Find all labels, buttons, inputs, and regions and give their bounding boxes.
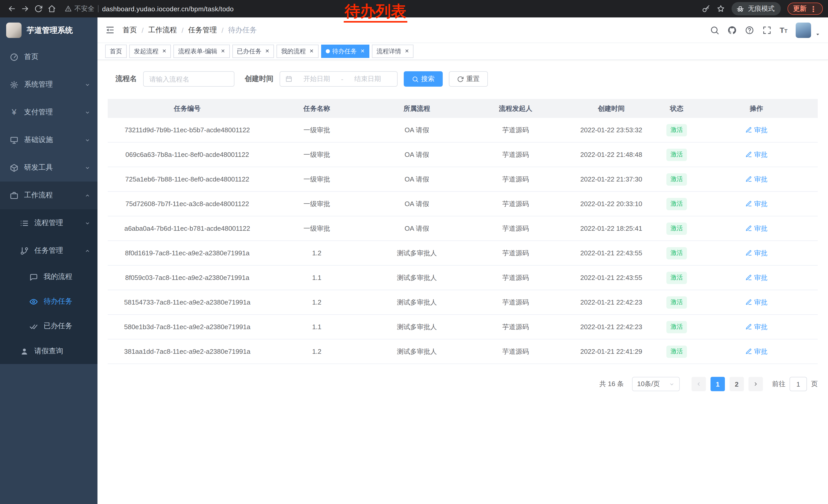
end-date-placeholder[interactable]: 结束日期 xyxy=(343,74,392,84)
kebab-menu-icon[interactable]: ⋮ xyxy=(810,5,817,12)
table-header: 任务编号 任务名称 所属流程 流程发起人 创建时间 状态 操作 xyxy=(108,99,818,118)
chevron-left-icon xyxy=(696,381,702,387)
page-button-2[interactable]: 2 xyxy=(730,377,744,391)
tag-home[interactable]: 首页 xyxy=(105,45,127,58)
search-button[interactable]: 搜索 xyxy=(404,71,443,87)
cell-task-name: 一级审批 xyxy=(267,142,367,167)
next-page-button[interactable] xyxy=(748,377,763,391)
process-name-input[interactable] xyxy=(143,71,235,87)
edit-icon xyxy=(745,225,752,232)
tags-view-bar: 首页 发起流程 ✕ 流程表单-编辑 ✕ 已办任务 ✕ 我的流程 ✕ xyxy=(97,43,828,60)
bookmark-star-icon[interactable] xyxy=(717,5,725,13)
edit-icon xyxy=(745,250,752,256)
browser-home-button[interactable] xyxy=(45,2,58,15)
prev-page-button[interactable] xyxy=(692,377,706,391)
tag-start-process[interactable]: 发起流程 ✕ xyxy=(129,45,171,58)
sidebar-item-home[interactable]: 首页 xyxy=(0,43,97,71)
cell-create-time: 2022-01-21 22:43:55 xyxy=(564,241,658,265)
approve-link[interactable]: 审批 xyxy=(745,347,768,356)
goto-unit: 页 xyxy=(811,379,818,388)
browser-update-button[interactable]: 更新 ⋮ xyxy=(787,3,823,15)
start-date-placeholder[interactable]: 开始日期 xyxy=(292,74,341,84)
close-icon[interactable]: ✕ xyxy=(309,49,314,54)
approve-link[interactable]: 审批 xyxy=(745,224,768,233)
tag-process-detail[interactable]: 流程详情 ✕ xyxy=(372,45,414,58)
reset-button[interactable]: 重置 xyxy=(449,71,488,87)
cell-task-name: 一级审批 xyxy=(267,192,367,216)
sidebar-fold-icon[interactable] xyxy=(105,25,115,35)
chevron-right-icon xyxy=(753,381,759,387)
sidebar-item-process-mgmt[interactable]: 流程管理 xyxy=(0,209,97,237)
cell-process: OA 请假 xyxy=(367,118,467,142)
goto-label: 前往 xyxy=(772,379,785,388)
sidebar-item-payment[interactable]: ¥ 支付管理 xyxy=(0,98,97,126)
sidebar-item-workflow[interactable]: 工作流程 xyxy=(0,182,97,209)
approve-link[interactable]: 审批 xyxy=(745,322,768,331)
edit-icon xyxy=(745,200,752,207)
sidebar-item-devtools[interactable]: 研发工具 xyxy=(0,154,97,182)
approve-link[interactable]: 审批 xyxy=(745,248,768,258)
approve-link[interactable]: 审批 xyxy=(745,273,768,282)
help-icon[interactable] xyxy=(745,26,754,35)
goto-page: 前往 页 xyxy=(772,377,818,391)
font-size-icon[interactable]: TT xyxy=(780,26,787,34)
github-icon[interactable] xyxy=(727,26,736,35)
sidebar-item-my-process[interactable]: 我的流程 xyxy=(0,265,97,289)
url-text[interactable]: dashboard.yudao.iocoder.cn/bpm/task/todo xyxy=(102,5,234,12)
security-status[interactable]: 不安全 xyxy=(65,4,94,13)
page-button-1[interactable]: 1 xyxy=(710,377,725,391)
browser-forward-button[interactable] xyxy=(18,2,32,15)
browser-reload-button[interactable] xyxy=(32,2,45,15)
approve-link[interactable]: 审批 xyxy=(745,175,768,184)
breadcrumb-task-mgmt[interactable]: 任务管理 xyxy=(188,26,217,35)
tag-form-edit[interactable]: 流程表单-编辑 ✕ xyxy=(174,45,230,58)
approve-link[interactable]: 审批 xyxy=(745,150,768,159)
date-range-picker[interactable]: 开始日期 - 结束日期 xyxy=(280,71,398,87)
sidebar-item-infra[interactable]: 基础设施 xyxy=(0,126,97,154)
tag-my-process[interactable]: 我的流程 ✕ xyxy=(277,45,318,58)
tag-done-tasks[interactable]: 已办任务 ✕ xyxy=(233,45,274,58)
close-icon[interactable]: ✕ xyxy=(221,49,225,54)
edit-icon xyxy=(745,127,752,133)
cell-process: 测试多审批人 xyxy=(367,290,467,314)
warning-icon xyxy=(65,5,72,12)
approve-link[interactable]: 审批 xyxy=(745,297,768,307)
cell-task-name: 1.2 xyxy=(267,290,367,314)
search-icon[interactable] xyxy=(710,26,719,35)
address-bar[interactable]: 不安全 dashboard.yudao.iocoder.cn/bpm/task/… xyxy=(65,4,234,13)
sidebar-item-done-tasks[interactable]: 已办任务 xyxy=(0,314,97,338)
sidebar-item-system[interactable]: 系统管理 xyxy=(0,71,97,98)
table-row: 381aa1dd-7ac8-11ec-a9e2-a2380e71991a 1.2… xyxy=(108,339,818,364)
user-avatar[interactable] xyxy=(796,22,811,38)
sidebar-item-leave-query[interactable]: 请假查询 xyxy=(0,338,97,364)
cell-task-id: 381aa1dd-7ac8-11ec-a9e2-a2380e71991a xyxy=(108,339,267,364)
close-icon[interactable]: ✕ xyxy=(405,49,409,54)
goto-page-input[interactable] xyxy=(790,377,807,391)
close-icon[interactable]: ✕ xyxy=(360,49,365,54)
col-process: 所属流程 xyxy=(367,99,467,118)
approve-link[interactable]: 审批 xyxy=(745,125,768,135)
cell-process: 测试多审批人 xyxy=(367,339,467,364)
avatar-caret-icon[interactable] xyxy=(815,32,820,37)
close-icon[interactable]: ✕ xyxy=(162,49,166,54)
fullscreen-icon[interactable] xyxy=(762,26,771,35)
chevron-down-icon xyxy=(669,381,675,387)
col-create-time: 创建时间 xyxy=(564,99,658,118)
cell-task-name: 一级审批 xyxy=(267,216,367,240)
page-size-select[interactable]: 10条/页 xyxy=(632,377,680,391)
sidebar-item-todo-tasks[interactable]: 待办任务 xyxy=(0,289,97,314)
table-row: 58154733-7ac8-11ec-a9e2-a2380e71991a 1.2… xyxy=(108,290,818,315)
create-time-label: 创建时间 xyxy=(245,74,274,84)
approve-link[interactable]: 审批 xyxy=(745,199,768,209)
close-icon[interactable]: ✕ xyxy=(265,49,270,54)
tag-todo-tasks[interactable]: 待办任务 ✕ xyxy=(321,45,369,58)
browser-back-button[interactable] xyxy=(5,2,18,15)
breadcrumb-home[interactable]: 首页 xyxy=(123,26,137,35)
active-dot xyxy=(326,49,330,53)
chevron-down-icon xyxy=(85,137,90,143)
sidebar-item-task-mgmt[interactable]: 任务管理 xyxy=(0,237,97,265)
breadcrumb-separator: / xyxy=(181,26,184,34)
cell-process: 测试多审批人 xyxy=(367,241,467,265)
password-key-icon[interactable] xyxy=(702,5,710,13)
breadcrumb-workflow[interactable]: 工作流程 xyxy=(148,26,177,35)
